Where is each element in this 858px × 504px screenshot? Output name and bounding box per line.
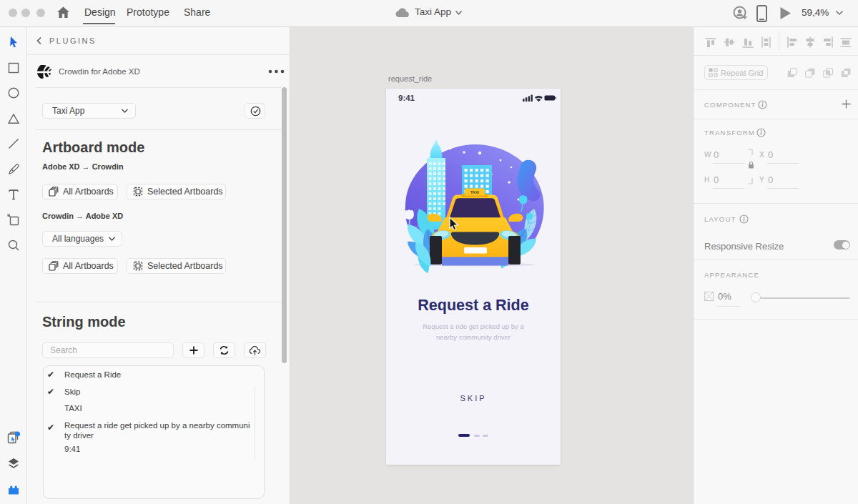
- svg-text:TAXI: TAXI: [470, 190, 480, 194]
